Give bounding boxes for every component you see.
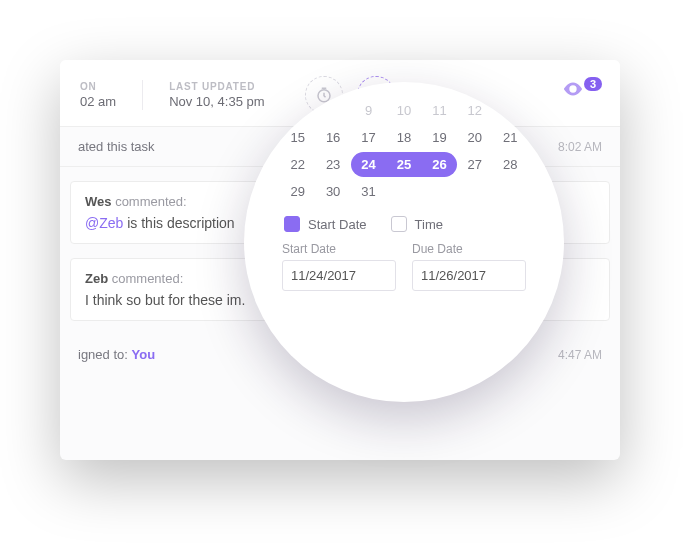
mention[interactable]: @Zeb: [85, 215, 123, 231]
divider: [142, 80, 143, 110]
created-value: 02 am: [80, 94, 116, 109]
calendar-day[interactable]: 22: [280, 152, 315, 177]
activity-time: 4:47 AM: [558, 348, 602, 362]
checkbox-icon: [284, 216, 300, 232]
comment-author: Zeb: [85, 271, 108, 286]
calendar-day[interactable]: 29: [280, 179, 315, 204]
calendar-day[interactable]: 11: [422, 98, 457, 123]
due-date-input[interactable]: [412, 260, 526, 291]
calendar-day[interactable]: 20: [457, 125, 492, 150]
updated-label: LAST UPDATED: [169, 81, 264, 92]
calendar-day[interactable]: 9: [351, 98, 386, 123]
due-date-field: Due Date: [412, 242, 526, 291]
calendar-day[interactable]: 25: [386, 152, 421, 177]
activity-time: 8:02 AM: [558, 140, 602, 154]
calendar-day[interactable]: 16: [315, 125, 350, 150]
date-fields: Start Date Due Date: [282, 242, 526, 291]
calendar-day[interactable]: 23: [315, 152, 350, 177]
start-date-toggle[interactable]: Start Date: [284, 216, 367, 232]
assignee-link[interactable]: You: [132, 347, 156, 362]
calendar-day[interactable]: 10: [386, 98, 421, 123]
activity-text: ated this task: [78, 139, 155, 154]
time-toggle[interactable]: Time: [391, 216, 443, 232]
calendar-day[interactable]: 30: [315, 179, 350, 204]
assigned-text: igned to: You: [78, 347, 155, 362]
svg-point-2: [571, 87, 575, 91]
created-meta: ON 02 am: [80, 81, 116, 109]
updated-meta: LAST UPDATED Nov 10, 4:35 pm: [169, 81, 264, 109]
calendar-day[interactable]: 31: [351, 179, 386, 204]
calendar-day[interactable]: 24: [351, 152, 386, 177]
comment-author: Wes: [85, 194, 112, 209]
start-date-label: Start Date: [282, 242, 396, 256]
calendar-day[interactable]: 27: [457, 152, 492, 177]
calendar-day[interactable]: 28: [493, 152, 528, 177]
calendar: 9101112131516171819202122232425262728293…: [280, 98, 528, 204]
start-date-field: Start Date: [282, 242, 396, 291]
updated-value: Nov 10, 4:35 pm: [169, 94, 264, 109]
due-date-label: Due Date: [412, 242, 526, 256]
created-label: ON: [80, 81, 116, 92]
calendar-day[interactable]: 17: [351, 125, 386, 150]
date-picker-popover: 9101112131516171819202122232425262728293…: [244, 82, 564, 402]
checkbox-icon: [391, 216, 407, 232]
watcher-count: 3: [584, 77, 602, 91]
start-date-input[interactable]: [282, 260, 396, 291]
calendar-grid[interactable]: 9101112131516171819202122232425262728293…: [280, 98, 528, 204]
calendar-day[interactable]: 19: [422, 125, 457, 150]
picker-toggles: Start Date Time: [284, 216, 524, 232]
calendar-day[interactable]: 26: [422, 152, 457, 177]
calendar-day[interactable]: 18: [386, 125, 421, 150]
watchers[interactable]: 3: [558, 78, 602, 104]
